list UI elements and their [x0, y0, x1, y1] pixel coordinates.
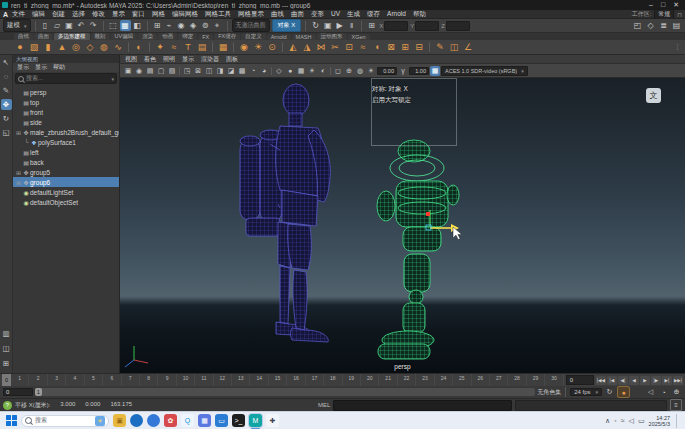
snip-tool-icon[interactable]: ✚: [266, 414, 279, 427]
make-live-icon[interactable]: ⌖: [212, 20, 223, 31]
poly-plane-icon[interactable]: ◇: [84, 41, 96, 53]
coordinate-input[interactable]: [415, 21, 439, 31]
playback-button[interactable]: ▶|: [662, 376, 672, 385]
battery-icon[interactable]: ▭: [638, 417, 645, 425]
poly-disc-icon[interactable]: ◍: [98, 41, 110, 53]
frame-tick[interactable]: 23: [416, 374, 434, 386]
playback-loop-icon[interactable]: ↻: [604, 387, 615, 397]
open-scene-icon[interactable]: ▱: [52, 20, 63, 31]
filter-icon[interactable]: ▾: [111, 76, 114, 82]
2d-pan-zoom-icon[interactable]: ◳: [182, 66, 192, 76]
separate-icon[interactable]: ⊟: [413, 41, 425, 53]
safe-action-icon[interactable]: ◔: [248, 66, 258, 76]
menu-item[interactable]: 缓存: [367, 10, 380, 19]
outliner-item[interactable]: ▤ top: [13, 97, 119, 107]
shelf-tab[interactable]: 渲染: [138, 33, 157, 40]
taskbar-search-box[interactable]: 搜索 ☀: [21, 415, 109, 427]
frame-tick[interactable]: 17: [306, 374, 324, 386]
sweep-mesh-icon[interactable]: ▤: [196, 41, 208, 53]
frame-tick[interactable]: 20: [361, 374, 379, 386]
poly-sphere-icon[interactable]: ●: [14, 41, 26, 53]
divider[interactable]: [271, 67, 272, 75]
outliner-menu-item[interactable]: 帮助: [53, 63, 65, 72]
viewport-scene[interactable]: 对称: 对象 X 启用大写锁定 文 persp: [120, 78, 685, 373]
curve-tool-icon[interactable]: ≈: [168, 41, 180, 53]
extrude-icon[interactable]: ◭: [287, 41, 299, 53]
volume-icon[interactable]: ◁: [629, 417, 634, 425]
lights-icon[interactable]: ☀: [307, 66, 317, 76]
channel-box-icon[interactable]: ▤: [671, 20, 682, 31]
frame-tick[interactable]: 9: [158, 374, 176, 386]
coordinate-input[interactable]: [384, 21, 408, 31]
shelf-overflow-icon[interactable]: ⋮: [674, 43, 681, 51]
expand-icon[interactable]: ⊞: [15, 179, 22, 186]
move-tool-icon[interactable]: ✥: [1, 99, 12, 110]
expand-icon[interactable]: ⊞: [15, 169, 22, 176]
viewport-menu-item[interactable]: 显示: [182, 55, 194, 64]
type-text-icon[interactable]: T: [182, 41, 194, 53]
modeling-toolkit-icon[interactable]: ◰: [632, 20, 643, 31]
shelf-tab[interactable]: 运动图形: [317, 33, 347, 40]
snap-grid-icon[interactable]: ⊞: [152, 20, 163, 31]
poly-cone-icon[interactable]: ▲: [56, 41, 68, 53]
shadows-icon[interactable]: ◐: [318, 66, 328, 76]
frame-tick[interactable]: 19: [343, 374, 361, 386]
textured-icon[interactable]: ▦: [296, 66, 306, 76]
frame-tick[interactable]: 15: [269, 374, 287, 386]
frame-tick[interactable]: 30: [545, 374, 563, 386]
frame-tick[interactable]: 6: [103, 374, 121, 386]
viewport-menu-item[interactable]: 着色: [144, 55, 156, 64]
snap-projected-center-icon[interactable]: ◈: [188, 20, 199, 31]
divider[interactable]: [330, 67, 331, 75]
outliner-item[interactable]: ◉ defaultLightSet: [13, 187, 119, 197]
crease-icon[interactable]: ∠: [462, 41, 474, 53]
start-button[interactable]: [6, 415, 17, 426]
gamma-icon[interactable]: γ: [398, 66, 408, 76]
divider[interactable]: [429, 42, 430, 52]
playback-button[interactable]: |▶: [651, 376, 661, 385]
isolate-select-icon[interactable]: ⊕: [344, 66, 354, 76]
frame-tick[interactable]: 1: [11, 374, 29, 386]
outliner-menu-item[interactable]: 显示: [35, 63, 47, 72]
bookmark-icon[interactable]: ▢: [156, 66, 166, 76]
divider[interactable]: [179, 67, 180, 75]
frame-tick[interactable]: 3: [48, 374, 66, 386]
menu-item[interactable]: 编辑网格: [172, 10, 198, 19]
frame-tick[interactable]: 7: [122, 374, 140, 386]
color-app-icon[interactable]: ✿: [164, 414, 177, 427]
combine-icon[interactable]: ⊞: [399, 41, 411, 53]
frame-tick[interactable]: 8: [140, 374, 158, 386]
menu-item[interactable]: Arnold: [387, 10, 406, 19]
plugin-shapes-icon[interactable]: ◍: [355, 66, 365, 76]
select-object-icon[interactable]: ▦: [120, 20, 131, 31]
frame-tick[interactable]: 11: [195, 374, 213, 386]
snap-curve-icon[interactable]: ⌁: [164, 20, 175, 31]
frame-tick[interactable]: 14: [250, 374, 268, 386]
color-management-icon[interactable]: ▦: [430, 66, 440, 76]
chevron-up-icon[interactable]: ∧: [605, 417, 610, 425]
divider[interactable]: [282, 42, 283, 52]
colorspace-dropdown[interactable]: ACES 1.0 SDR-video (sRGB) ▾: [441, 66, 528, 76]
frame-tick[interactable]: 28: [508, 374, 526, 386]
divider[interactable]: [128, 42, 129, 52]
camera-attributes-icon[interactable]: ▤: [145, 66, 155, 76]
outliner-item[interactable]: ▤ front: [13, 107, 119, 117]
maya-home-icon[interactable]: A: [3, 11, 8, 18]
select-hierarchy-icon[interactable]: ⬚: [108, 20, 119, 31]
single-pane-layout-icon[interactable]: ▥: [1, 328, 12, 339]
terminal-icon[interactable]: >_: [232, 414, 245, 427]
attribute-editor-icon[interactable]: ≣: [658, 20, 669, 31]
frame-tick[interactable]: 26: [472, 374, 490, 386]
gate-mask-icon[interactable]: ◫: [204, 66, 214, 76]
poly-helix-icon[interactable]: ∿: [112, 41, 124, 53]
oversan-icon[interactable]: ⊠: [193, 66, 203, 76]
current-frame-field[interactable]: 0: [566, 375, 594, 385]
select-camera-icon[interactable]: ▣: [123, 66, 133, 76]
divider[interactable]: [149, 42, 150, 52]
multi-cut-icon[interactable]: ✂: [329, 41, 341, 53]
divider[interactable]: [632, 387, 643, 397]
playback-button[interactable]: |◀: [607, 376, 617, 385]
frame-tick[interactable]: 10: [177, 374, 195, 386]
maya-icon[interactable]: M: [249, 414, 262, 427]
shelf-tab[interactable]: 曲面: [34, 33, 53, 40]
